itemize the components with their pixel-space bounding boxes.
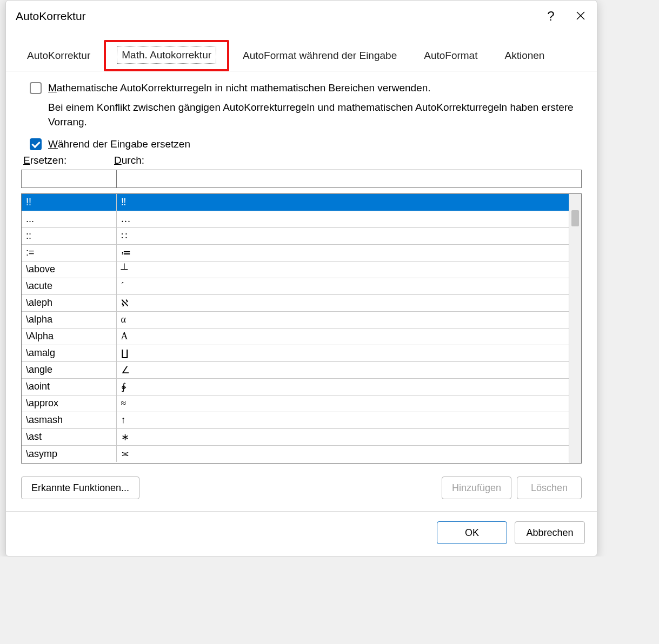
close-icon — [576, 10, 585, 23]
cell-replace: !! — [22, 194, 116, 211]
cell-with: … — [116, 211, 569, 227]
checkbox-use-in-non-math-label: Mathematische AutoKorrekturregeln in nic… — [48, 81, 431, 96]
cell-replace: \asymp — [22, 445, 116, 462]
with-input[interactable] — [116, 170, 582, 188]
table-row[interactable]: \approx≈ — [22, 395, 569, 412]
cell-replace: := — [22, 244, 116, 261]
autocorrect-dialog: AutoKorrektur ? AutoKorrektur Math. Auto… — [5, 0, 597, 556]
cell-with: ∷ — [116, 227, 569, 244]
table-row[interactable]: :=≔ — [22, 244, 569, 261]
window-title: AutoKorrektur — [16, 10, 537, 23]
with-label: Durch: — [112, 155, 144, 166]
cell-replace: \acute — [22, 278, 116, 294]
table-row[interactable]: \amalg∐ — [22, 345, 569, 361]
cell-replace: \Alpha — [22, 328, 116, 345]
table-row[interactable]: !!‼ — [22, 194, 569, 211]
cell-replace: \angle — [22, 361, 116, 378]
cell-replace: \aleph — [22, 294, 116, 311]
help-button[interactable]: ? — [537, 1, 564, 32]
tab-autokorrektur[interactable]: AutoKorrektur — [14, 43, 104, 69]
cell-replace: \amalg — [22, 345, 116, 361]
checkbox-replace-while-typing-label: Während der Eingabe ersetzen — [48, 137, 190, 152]
cell-with: ℵ — [116, 294, 569, 311]
tab-autoformat-typing[interactable]: AutoFormat während der Eingabe — [229, 43, 410, 69]
cell-replace: \above — [22, 261, 116, 278]
table-row[interactable]: \angle∠ — [22, 361, 569, 378]
add-button[interactable]: Hinzufügen — [442, 477, 511, 499]
table-row[interactable]: ::∷ — [22, 227, 569, 244]
cell-with: α — [116, 311, 569, 328]
cell-with: ∠ — [116, 361, 569, 378]
tab-autoformat[interactable]: AutoFormat — [410, 43, 491, 69]
replace-input[interactable] — [21, 170, 116, 188]
table-row[interactable]: \alphaα — [22, 311, 569, 328]
cell-replace: \alpha — [22, 311, 116, 328]
replacements-table: !!‼...…::∷:=≔\above┴\acute´\alephℵ\alpha… — [21, 193, 582, 464]
cell-with: ‼ — [116, 194, 569, 211]
tab-content: Mathematische AutoKorrekturregeln in nic… — [6, 71, 597, 511]
cell-with: ∗ — [116, 428, 569, 445]
ok-button[interactable]: OK — [437, 521, 507, 544]
checkbox-use-in-non-math[interactable] — [30, 82, 42, 94]
cell-with: ´ — [116, 278, 569, 294]
cell-replace: :: — [22, 227, 116, 244]
table-row[interactable]: \ast∗ — [22, 428, 569, 445]
table-row[interactable]: \asmash↑ — [22, 412, 569, 428]
table-row[interactable]: \aoint∳ — [22, 378, 569, 395]
table-row[interactable]: ...… — [22, 211, 569, 227]
cell-replace: \asmash — [22, 412, 116, 428]
table-row[interactable]: \asymp≍ — [22, 445, 569, 462]
cell-replace: \approx — [22, 395, 116, 412]
help-icon: ? — [547, 9, 554, 24]
cell-with: ┴ — [116, 261, 569, 278]
table-scrollbar[interactable] — [569, 194, 581, 463]
table-row[interactable]: \acute´ — [22, 278, 569, 294]
cancel-button[interactable]: Abbrechen — [515, 521, 585, 544]
checkbox-replace-while-typing[interactable] — [30, 138, 42, 150]
tab-math-autokorrektur[interactable]: Math. Autokorrektur — [104, 40, 229, 71]
cell-with: ≍ — [116, 445, 569, 462]
recognized-functions-button[interactable]: Erkannte Funktionen... — [21, 477, 139, 499]
cell-replace: ... — [22, 211, 116, 227]
cell-with: ≔ — [116, 244, 569, 261]
delete-button[interactable]: Löschen — [517, 477, 582, 499]
close-button[interactable] — [564, 1, 597, 32]
tab-aktionen[interactable]: Aktionen — [491, 43, 558, 69]
cell-with: ↑ — [116, 412, 569, 428]
dialog-footer: OK Abbrechen — [6, 511, 597, 556]
replace-label: Ersetzen: — [21, 155, 112, 166]
table-row[interactable]: \alephℵ — [22, 294, 569, 311]
cell-with: ≈ — [116, 395, 569, 412]
cell-replace: \aoint — [22, 378, 116, 395]
cell-with: ∳ — [116, 378, 569, 395]
conflict-note: Bei einem Konflikt zwischen gängigen Aut… — [48, 100, 582, 130]
cell-replace: \ast — [22, 428, 116, 445]
table-row[interactable]: \above┴ — [22, 261, 569, 278]
cell-with: Α — [116, 328, 569, 345]
table-row[interactable]: \AlphaΑ — [22, 328, 569, 345]
cell-with: ∐ — [116, 345, 569, 361]
scrollbar-thumb[interactable] — [571, 210, 579, 226]
tab-bar: AutoKorrektur Math. Autokorrektur AutoFo… — [6, 32, 597, 71]
titlebar: AutoKorrektur ? — [6, 1, 597, 32]
